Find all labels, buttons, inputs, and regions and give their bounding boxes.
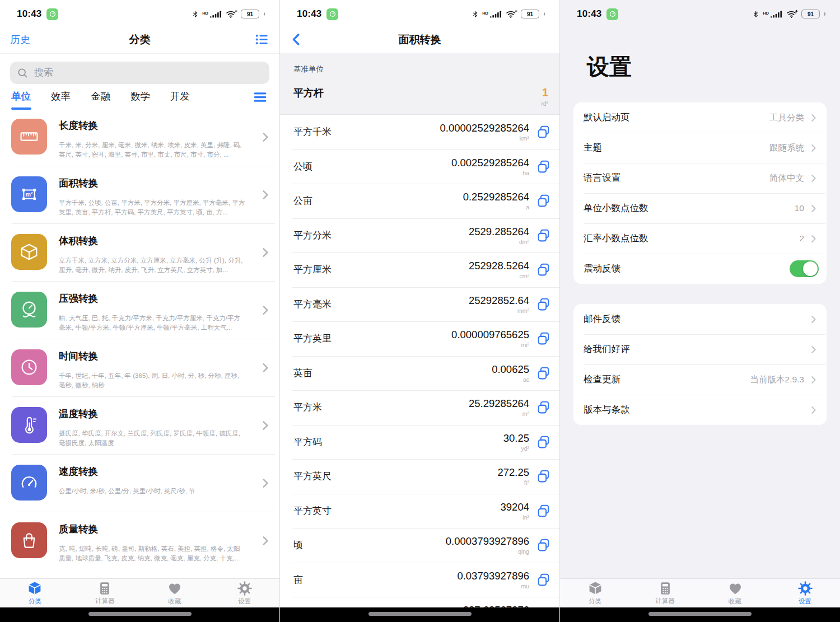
category-tab[interactable]: 开发 [170,90,190,110]
home-indicator[interactable] [88,612,192,616]
vibration-toggle[interactable] [790,260,819,277]
copy-icon[interactable] [535,502,552,519]
unit-symbol: yd² [521,445,529,452]
copy-icon[interactable] [535,296,552,312]
settings-row[interactable]: 邮件反馈 [573,304,827,334]
unit-name: 英亩 [293,367,312,380]
conversion-row[interactable]: 平方码 30.25 yd² [280,425,559,460]
copy-icon[interactable] [535,124,552,141]
category-row[interactable]: 体积转换 立方千米, 立方米, 立方分米, 立方厘米, 立方毫米, 公升 (升)… [0,223,279,281]
chevron-right-icon [259,534,272,547]
copy-icon[interactable] [535,468,552,485]
conversion-row[interactable]: 平方英里 0.000009765625 mi² [280,321,559,356]
conversion-row[interactable]: 平方米 25.29285264 m² [280,390,559,425]
search-input[interactable] [33,67,263,79]
toggle-knob [803,261,818,276]
settings-row[interactable]: 默认启动页 工具分类 [573,102,827,133]
unit-name: 平方米 [293,401,322,414]
category-tabs: 单位 效率 金融 数学 开发 [0,84,279,108]
category-title: 时间转换 [59,349,246,363]
wifi-icon [505,10,517,18]
category-row[interactable]: 质量转换 克, 吨, 短吨, 长吨, 磅, 盎司, 斯勒格, 英石, 美担, 英… [0,512,279,569]
list-view-icon[interactable] [254,32,269,47]
tab-bar-item[interactable]: 设置 [209,579,279,607]
tab-bar-item[interactable]: 收藏 [700,579,770,607]
settings-row[interactable]: 单位小数点位数 10 [573,193,827,223]
conversion-row[interactable]: 平方千米 0.00002529285264 km² [280,115,559,149]
chevron-right-icon [259,419,272,432]
setting-label: 震动反馈 [584,263,620,275]
clock-icon [11,349,47,385]
setting-label: 语言设置 [584,172,620,184]
settings-row[interactable]: 主题 跟随系统 [573,133,827,163]
category-row[interactable]: 压强转换 帕, 大气压, 巴, 托, 千克力/平方米, 千克力/平方厘米, 千克… [0,281,279,339]
settings-row[interactable]: 给我们好评 [573,334,827,364]
tab-heart-icon [167,581,183,596]
unit-name: 平方毫米 [293,298,332,311]
tab-bar-item[interactable]: 计算器 [70,579,140,607]
bluetooth-icon [192,10,199,19]
copy-icon[interactable] [535,364,552,381]
back-icon[interactable] [289,32,304,47]
copy-icon[interactable] [535,261,552,278]
category-tab[interactable]: 金融 [91,90,110,110]
tab-bar-item[interactable]: 收藏 [140,579,210,607]
category-title: 长度转换 [59,119,246,132]
search-bar[interactable] [10,62,269,84]
conversion-row[interactable]: 公亩 0.2529285264 a [280,184,559,218]
tab-bar-item[interactable]: 计算器 [630,579,700,607]
category-tab[interactable]: 单位 [11,90,31,110]
category-row[interactable]: 长度转换 千米, 米, 分米, 厘米, 毫米, 微米, 纳米, 埃米, 皮米, … [0,108,279,166]
conversion-row[interactable]: 顷 0.0003793927896 qing [280,528,559,563]
chevron-right-icon [259,188,272,201]
conversion-row[interactable]: 平方毫米 25292852.64 mm² [280,287,559,322]
unit-value: 0.0003793927896 [446,535,529,548]
home-indicator[interactable] [368,612,472,616]
bag-icon [11,522,47,558]
conversion-row[interactable]: 平方英寸 39204 in² [280,494,559,529]
cube-icon [11,234,47,270]
conversion-row[interactable]: 平方英尺 272.25 ft² [280,459,559,494]
tab-bar-item[interactable]: 分类 [560,579,630,607]
category-row[interactable]: 速度转换 公里/小时, 米/秒, 公里/分, 英里/小时, 英尺/秒, 节 [0,454,279,512]
copy-icon[interactable] [535,193,552,209]
category-title: 体积转换 [59,234,246,247]
category-row[interactable]: 时间转换 千年, 世纪, 十年, 五年, 年 (365), 周, 日, 小时, … [0,339,279,396]
settings-row[interactable]: 汇率小数点位数 2 [573,223,827,254]
clock-time: 10:43 [297,8,321,20]
copy-icon[interactable] [535,571,552,588]
copy-icon[interactable] [535,227,552,244]
home-bar [0,607,279,622]
category-row[interactable]: m² 面积转换 平方千米, 公顷, 公亩, 平方米, 平方分米, 平方厘米, 平… [0,166,279,223]
tab-label: 收藏 [729,597,741,606]
copy-icon[interactable] [535,158,552,175]
tab-bar-item[interactable]: 分类 [0,579,70,607]
copy-icon[interactable] [535,399,552,416]
settings-row[interactable]: 震动反馈 [573,254,827,284]
conversion-row[interactable]: 亩 0.03793927896 mu [280,563,559,597]
settings-row[interactable]: 检查更新 当前版本2.9.3 [573,364,827,395]
base-unit-row[interactable]: 平方杆 1 rd² [293,86,550,107]
unit-symbol: ft² [524,479,529,486]
conversion-row[interactable]: 英亩 0.00625 ac [280,356,559,391]
unit-symbol: mm² [517,307,529,314]
base-unit-value[interactable]: 1 [541,86,548,99]
copy-icon[interactable] [535,433,552,450]
home-indicator[interactable] [648,612,752,616]
category-row[interactable]: 温度转换 摄氏度, 华氏度, 开尔文, 兰氏度, 列氏度, 罗氏度, 牛顿度, … [0,396,279,454]
conversion-row[interactable]: 平方分米 2529.285264 dm² [280,218,559,253]
settings-row[interactable]: 语言设置 简体中文 [573,163,827,193]
nav-bar: 面积转换 [280,26,559,53]
setting-label: 单位小数点位数 [584,202,648,214]
settings-row[interactable]: 版本与条款 [573,395,827,425]
category-tab[interactable]: 效率 [51,90,71,110]
copy-icon[interactable] [535,330,552,347]
category-tab[interactable]: 数学 [130,90,150,110]
copy-icon[interactable] [535,537,552,554]
menu-icon[interactable] [252,89,268,105]
bluetooth-icon [472,10,479,19]
conversion-row[interactable]: 平方厘米 252928.5264 cm² [280,252,559,287]
tab-bar-item[interactable]: 设置 [770,579,840,607]
conversion-row[interactable]: 公顷 0.002529285264 ha [280,149,559,184]
nav-bar: 历史 分类 [0,26,279,54]
